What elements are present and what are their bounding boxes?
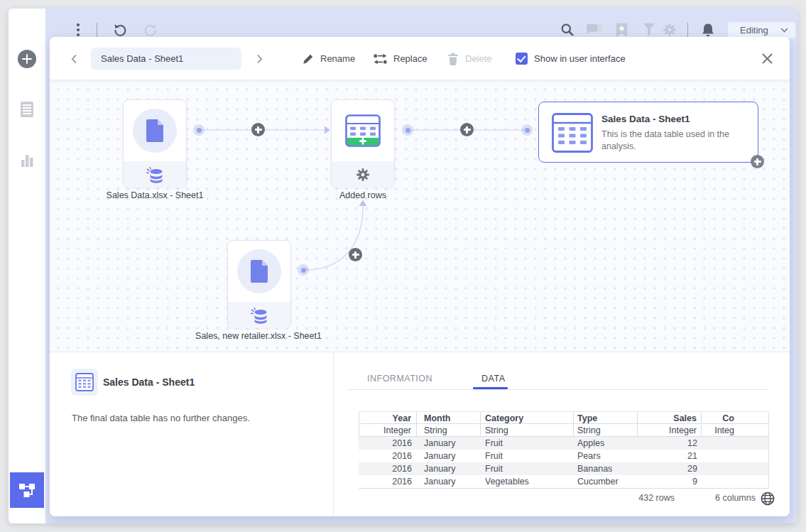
table-row: 2016 January Vegetables Cucumber 9	[359, 475, 769, 488]
mode-dropdown-value: Editing	[740, 25, 780, 36]
cell: 2016	[359, 475, 417, 488]
column-header: Sales	[638, 412, 702, 423]
final-data-table-node[interactable]: Sales Data - Sheet1 This is the data tab…	[538, 102, 758, 163]
output-port-dot	[298, 264, 309, 276]
back-icon	[71, 54, 77, 64]
cell: Vegetables	[481, 475, 574, 488]
previous-node-button[interactable]	[71, 37, 77, 80]
table-row: 2016 January Fruit Apples 12	[359, 437, 769, 450]
cell: January	[417, 475, 481, 488]
column-type: String	[417, 424, 481, 436]
selected-node-title: Sales Data - Sheet1	[103, 376, 195, 388]
file-icon-circle	[237, 249, 281, 293]
output-port-dot	[193, 124, 205, 136]
file-icon	[249, 259, 269, 283]
cell	[702, 437, 734, 450]
panel-divider	[333, 352, 334, 516]
input-port-dot	[521, 124, 533, 136]
column-type: String	[574, 424, 638, 436]
tab-data[interactable]: DATA	[481, 374, 505, 384]
redo-button[interactable]	[143, 22, 158, 38]
file-node-body	[228, 241, 290, 302]
data-canvas[interactable]: Sales Data.xlsx - Sheet1	[50, 80, 790, 352]
column-type: Integ	[702, 424, 734, 436]
node-footer	[228, 302, 290, 328]
node-toolbar: Sales Data - Sheet1 Rename Replace	[50, 37, 790, 80]
cell: January	[417, 462, 481, 475]
rename-label: Rename	[320, 53, 355, 64]
replace-button[interactable]: Replace	[374, 37, 427, 80]
cell	[702, 475, 734, 488]
notifications-button[interactable]	[700, 22, 716, 38]
undo-button[interactable]	[112, 22, 128, 38]
operation-node-body	[332, 100, 394, 161]
locale-button[interactable]	[760, 491, 775, 509]
pages-button[interactable]	[19, 101, 35, 121]
cell: January	[417, 437, 481, 450]
node-name-input[interactable]: Sales Data - Sheet1	[91, 48, 241, 70]
settings-button[interactable]	[663, 23, 677, 37]
filter-icon	[643, 23, 655, 37]
cell	[702, 462, 734, 475]
file-node-body	[124, 100, 186, 161]
filter-button[interactable]	[642, 22, 656, 38]
globe-icon	[760, 491, 775, 506]
column-header: Year	[359, 412, 417, 423]
checkbox-checked-icon[interactable]	[516, 53, 528, 65]
delete-label: Delete	[465, 53, 492, 64]
cell: Fruit	[481, 462, 574, 475]
cell: Apples	[574, 437, 638, 450]
cell: Bananas	[574, 462, 638, 475]
insert-step-button[interactable]	[349, 248, 362, 261]
column-type: Integer	[638, 424, 702, 436]
close-icon	[761, 53, 773, 65]
cell: Fruit	[481, 450, 574, 462]
added-rows-icon	[345, 114, 381, 147]
rename-icon	[303, 53, 314, 65]
tab-divider	[348, 389, 768, 390]
comments-button[interactable]	[586, 23, 604, 36]
visualizations-button[interactable]	[20, 152, 34, 170]
output-port-dot	[402, 124, 413, 136]
next-node-button[interactable]	[256, 37, 263, 80]
final-node-description: This is the data table used in the analy…	[601, 129, 747, 153]
data-canvas-button[interactable]	[10, 472, 44, 508]
node-label: Added rows	[339, 190, 386, 200]
node-label: Sales, new retailer.xlsx - Sheet1	[195, 331, 322, 341]
bookmarks-icon	[616, 23, 628, 38]
insert-step-button[interactable]	[251, 123, 265, 136]
redo-icon	[143, 23, 158, 37]
node-footer	[332, 161, 394, 188]
bookmarks-button[interactable]	[615, 22, 628, 38]
node-footer	[124, 161, 186, 188]
rename-button[interactable]: Rename	[303, 37, 355, 80]
selected-node-description: The final data table has no further chan…	[72, 413, 250, 423]
cell: 29	[638, 462, 702, 475]
show-in-ui-toggle[interactable]: Show in user interface	[516, 37, 626, 80]
mode-dropdown[interactable]: Editing	[728, 22, 795, 38]
search-button[interactable]	[560, 22, 575, 38]
source-node-sales-data[interactable]	[123, 99, 187, 188]
comments-icon	[586, 23, 604, 36]
column-header: Category	[481, 412, 574, 423]
cell: Cucumber	[574, 475, 638, 488]
gear-icon[interactable]	[356, 168, 370, 182]
toolbar-divider	[687, 23, 688, 37]
column-header: Month	[417, 412, 481, 423]
close-button[interactable]	[761, 37, 773, 80]
replace-label: Replace	[393, 53, 427, 64]
add-content-button[interactable]	[18, 50, 36, 68]
data-source-icon	[144, 165, 165, 184]
insert-step-button[interactable]	[460, 123, 474, 136]
source-node-new-retailer[interactable]	[227, 240, 291, 328]
data-canvas-window: Sales Data - Sheet1 Rename Replace	[50, 37, 790, 516]
pages-icon	[19, 101, 35, 118]
added-rows-node[interactable]	[331, 99, 395, 188]
chevron-down-icon	[780, 28, 788, 33]
add-transformation-button[interactable]	[751, 155, 764, 168]
menu-button[interactable]	[72, 23, 85, 36]
data-source-icon	[249, 306, 270, 325]
delete-button[interactable]: Delete	[447, 37, 492, 80]
tab-information[interactable]: INFORMATION	[367, 374, 432, 384]
forward-icon	[256, 54, 263, 64]
